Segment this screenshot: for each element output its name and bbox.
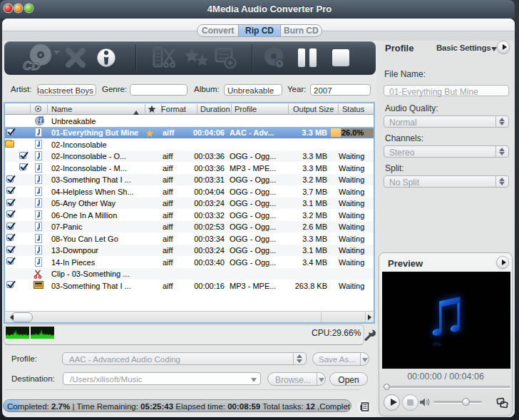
svg-text:CD: CD — [23, 59, 41, 73]
